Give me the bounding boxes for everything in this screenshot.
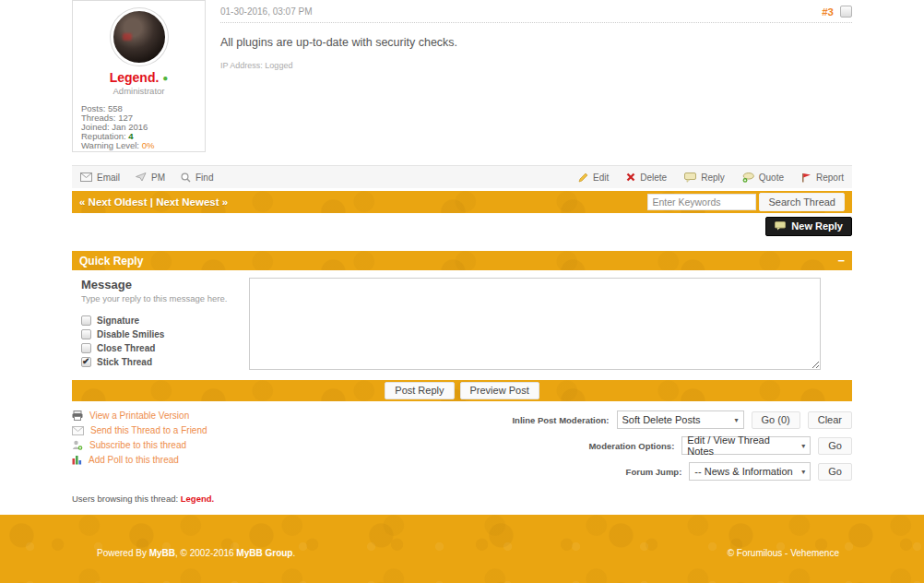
moderation-options-row: Moderation Options: Edit / View Thread N… — [588, 436, 852, 455]
post-ip-address: IP Address: Logged — [220, 61, 852, 70]
next-oldest-link[interactable]: Next Oldest — [89, 196, 148, 208]
thread-tools: View a Printable Version Send this Threa… — [72, 410, 852, 481]
subscribe-user-icon — [72, 440, 83, 450]
reply-button[interactable]: Reply — [684, 173, 725, 183]
close-thread-checkbox[interactable] — [81, 343, 91, 353]
author-username[interactable]: Legend. ● — [73, 70, 205, 85]
post: Legend. ● Administrator Posts: 558 Threa… — [72, 0, 852, 153]
reply-message-textarea[interactable] — [249, 278, 821, 370]
option-stick-thread: Stick Thread — [81, 357, 249, 367]
find-icon — [181, 173, 191, 183]
edit-button[interactable]: Edit — [578, 173, 609, 183]
thread-tool-links: View a Printable Version Send this Threa… — [72, 410, 207, 481]
option-signature: Signature — [81, 315, 249, 326]
email-button[interactable]: Email — [80, 173, 120, 183]
post-action-bar: Email PM Find Edit Delete Reply — [72, 165, 852, 188]
post-content-column: 01-30-2016, 03:07 PM #3 All plugins are … — [220, 0, 852, 153]
pm-icon — [136, 173, 147, 182]
subscribe-link[interactable]: Subscribe to this thread — [72, 440, 207, 450]
next-newest-link[interactable]: Next Newest — [156, 196, 219, 208]
quote-icon — [742, 173, 754, 183]
delete-icon — [626, 173, 635, 182]
forum-jump-select[interactable]: -- News & Information — [689, 462, 811, 481]
browsing-user-link[interactable]: Legend. — [181, 494, 214, 504]
printer-icon — [72, 410, 83, 421]
add-poll-link[interactable]: Add Poll to this thread — [72, 455, 207, 465]
mybb-link[interactable]: MyBB — [149, 548, 175, 558]
option-disable-smilies: Disable Smilies — [81, 329, 249, 339]
inline-moderation-label: Inline Post Moderation: — [512, 415, 609, 425]
stat-warning-level: Warning Level: 0% — [81, 141, 205, 150]
reply-icon — [684, 173, 696, 183]
find-button[interactable]: Find — [181, 173, 213, 183]
inline-moderation-clear-button[interactable]: Clear — [808, 411, 852, 429]
author-stats: Posts: 558 Threads: 127 Joined: Jan 2016… — [81, 104, 205, 150]
option-close-thread: Close Thread — [81, 343, 249, 353]
moderation-options-select[interactable]: Edit / View Thread Notes — [681, 436, 811, 455]
envelope-icon — [72, 426, 84, 435]
users-browsing: Users browsing this thread: Legend. — [72, 494, 852, 504]
post-date: 01-30-2016, 03:07 PM — [220, 6, 313, 17]
inline-moderation-select[interactable]: Soft Delete Posts — [617, 410, 744, 429]
pm-button[interactable]: PM — [136, 173, 165, 183]
edit-icon — [578, 173, 588, 183]
quote-button[interactable]: Quote — [742, 173, 784, 183]
report-button[interactable]: Report — [801, 173, 844, 183]
post-select-checkbox[interactable] — [840, 6, 852, 18]
moderation-options-go-button[interactable]: Go — [818, 437, 852, 455]
quick-reply-header: Quick Reply − — [72, 251, 852, 270]
author-panel: Legend. ● Administrator Posts: 558 Threa… — [72, 0, 206, 152]
report-icon — [801, 173, 811, 183]
printable-version-link[interactable]: View a Printable Version — [72, 410, 207, 421]
post-header: 01-30-2016, 03:07 PM #3 — [220, 0, 852, 23]
send-to-friend-link[interactable]: Send this Thread to a Friend — [72, 425, 207, 435]
mybb-group-link[interactable]: MyBB Group — [236, 548, 292, 558]
thread-nav-links: « Next Oldest | Next Newest » — [79, 196, 228, 208]
quick-reply-footer: Post Reply Preview Post — [72, 380, 852, 401]
author-title: Administrator — [73, 86, 205, 96]
moderation-options-label: Moderation Options: — [588, 441, 674, 451]
search-keywords-input[interactable] — [647, 194, 756, 210]
quick-reply-body: Message Type your reply to this message … — [72, 270, 852, 380]
thread-page: Legend. ● Administrator Posts: 558 Threa… — [72, 0, 852, 504]
nav-prefix: « — [79, 196, 89, 208]
collapse-icon[interactable]: − — [837, 254, 845, 268]
post-number-link[interactable]: #3 — [822, 6, 834, 18]
nav-separator: | — [148, 196, 157, 208]
new-reply-button[interactable]: New Reply — [765, 217, 852, 236]
inline-moderation-go-button[interactable]: Go (0) — [752, 411, 800, 429]
thread-nav-bar: « Next Oldest | Next Newest » Search Thr… — [72, 191, 852, 213]
moderation-column: Inline Post Moderation: Soft Delete Post… — [512, 410, 852, 481]
nav-suffix: » — [219, 196, 229, 208]
reply-options: Signature Disable Smilies Close Thread S… — [81, 315, 249, 367]
poll-chart-icon — [72, 455, 82, 465]
page-footer: Powered By MyBB, © 2002-2016 MyBB Group.… — [0, 515, 924, 583]
delete-button[interactable]: Delete — [626, 173, 667, 183]
new-reply-row: New Reply — [72, 217, 852, 236]
online-status-icon: ● — [162, 73, 168, 83]
message-hint: Type your reply to this message here. — [81, 293, 249, 303]
quick-reply-title: Quick Reply — [79, 255, 143, 268]
signature-checkbox[interactable] — [81, 315, 91, 326]
footer-copyright: © Forumilous - Vehemence — [728, 548, 839, 558]
stick-thread-checkbox[interactable] — [81, 357, 91, 367]
avatar[interactable] — [111, 8, 168, 65]
email-icon — [80, 173, 92, 182]
disable-smilies-checkbox[interactable] — [81, 329, 91, 339]
post-body-text: All plugins are up-to-date with security… — [220, 36, 852, 49]
footer-credits: Powered By MyBB, © 2002-2016 MyBB Group. — [97, 548, 295, 558]
search-thread-button[interactable]: Search Thread — [759, 193, 845, 211]
forum-jump-label: Forum Jump: — [626, 467, 682, 477]
message-label: Message — [81, 278, 249, 292]
preview-post-button[interactable]: Preview Post — [460, 382, 539, 399]
forum-jump-go-button[interactable]: Go — [818, 463, 852, 481]
post-reply-button[interactable]: Post Reply — [385, 382, 454, 399]
forum-jump-row: Forum Jump: -- News & Information Go — [626, 462, 852, 481]
inline-moderation-row: Inline Post Moderation: Soft Delete Post… — [512, 410, 852, 429]
new-reply-icon — [775, 221, 786, 231]
